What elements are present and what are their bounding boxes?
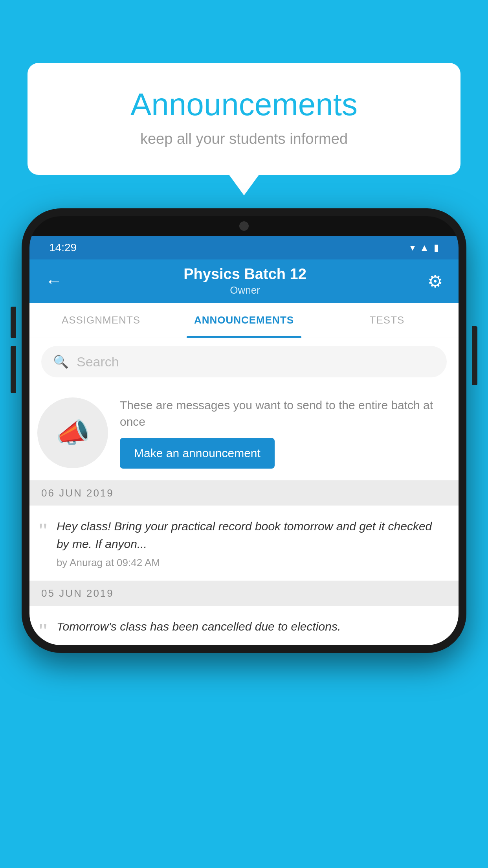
promo-section: 📣 These are messages you want to send to…: [29, 385, 459, 481]
app-subtitle: keep all your students informed: [59, 131, 429, 147]
date-label-2: 05 JUN 2019: [41, 587, 114, 600]
phone-frame: 14:29 ▾ ▲ ▮ ← Physics Batch 12 Owner ⚙ A…: [22, 208, 466, 653]
camera: [239, 221, 249, 231]
phone-screen: 14:29 ▾ ▲ ▮ ← Physics Batch 12 Owner ⚙ A…: [29, 216, 459, 645]
speech-bubble-card: Announcements keep all your students inf…: [28, 63, 460, 175]
tab-bar: ASSIGNMENTS ANNOUNCEMENTS TESTS: [29, 303, 459, 338]
announcement-item-2[interactable]: " Tomorrow's class has been cancelled du…: [29, 606, 459, 645]
announcement-content-1: Hey class! Bring your practical record b…: [57, 517, 447, 569]
wifi-icon: ▾: [410, 242, 415, 253]
user-role: Owner: [62, 284, 427, 296]
quote-icon-2: ": [37, 621, 49, 641]
phone-top-notch: [29, 216, 459, 236]
power-button: [472, 326, 477, 385]
make-announcement-button[interactable]: Make an announcement: [120, 438, 275, 469]
app-title: Announcements: [59, 86, 429, 123]
search-icon: 🔍: [53, 354, 69, 369]
app-header: ← Physics Batch 12 Owner ⚙: [29, 259, 459, 303]
date-separator-1: 06 JUN 2019: [29, 481, 459, 506]
megaphone-icon: 📣: [56, 417, 90, 449]
announcement-text-1: Hey class! Bring your practical record b…: [57, 517, 447, 553]
settings-icon[interactable]: ⚙: [427, 271, 443, 291]
search-placeholder: Search: [77, 354, 119, 370]
tab-announcements[interactable]: ANNOUNCEMENTS: [172, 303, 316, 338]
announcement-item-1[interactable]: " Hey class! Bring your practical record…: [29, 506, 459, 581]
promo-icon-circle: 📣: [37, 397, 108, 468]
battery-icon: ▮: [434, 242, 439, 253]
status-bar: 14:29 ▾ ▲ ▮: [29, 236, 459, 259]
search-container: 🔍 Search: [29, 338, 459, 385]
quote-icon-1: ": [37, 520, 49, 541]
tab-tests[interactable]: TESTS: [316, 303, 459, 338]
signal-icon: ▲: [420, 242, 429, 253]
announcement-content-2: Tomorrow's class has been cancelled due …: [57, 618, 447, 639]
announcement-meta-1: by Anurag at 09:42 AM: [57, 557, 447, 569]
volume-down-button: [11, 346, 16, 393]
back-button[interactable]: ←: [45, 271, 62, 291]
date-separator-2: 05 JUN 2019: [29, 581, 459, 606]
promo-description: These are messages you want to send to t…: [120, 397, 447, 430]
volume-up-button: [11, 307, 16, 338]
announcement-text-2: Tomorrow's class has been cancelled due …: [57, 618, 447, 635]
speech-bubble: Announcements keep all your students inf…: [28, 63, 460, 175]
status-icons: ▾ ▲ ▮: [410, 242, 439, 253]
search-bar[interactable]: 🔍 Search: [41, 346, 447, 377]
tab-assignments[interactable]: ASSIGNMENTS: [29, 303, 172, 338]
header-title-container: Physics Batch 12 Owner: [62, 266, 427, 296]
batch-name: Physics Batch 12: [62, 266, 427, 283]
status-time: 14:29: [49, 241, 77, 254]
date-label-1: 06 JUN 2019: [41, 487, 114, 499]
promo-content: These are messages you want to send to t…: [120, 397, 447, 469]
